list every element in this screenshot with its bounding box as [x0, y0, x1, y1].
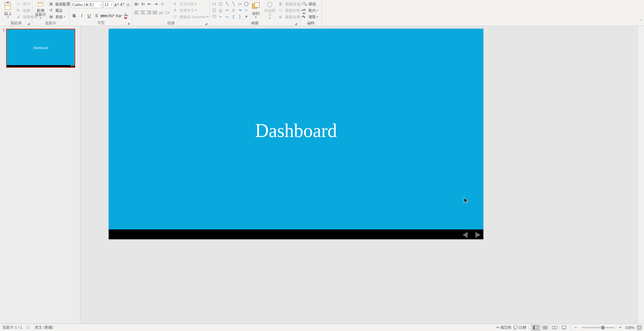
zoom-slider-thumb[interactable] [601, 326, 604, 329]
grow-font-button[interactable]: A▲ [114, 2, 119, 8]
svg-rect-17 [637, 326, 641, 330]
find-button[interactable]: 🔍尋找 [302, 1, 319, 7]
shape-rc-icon[interactable]: ⌙ [224, 13, 230, 19]
slide-footer-bar [109, 229, 483, 239]
align-left-button[interactable] [134, 10, 140, 16]
font-name-combo[interactable]: Calibri (本文)▾ [71, 1, 103, 8]
shape-oval-icon[interactable]: ◯ [243, 1, 249, 6]
shape-more-icon[interactable]: ▾ [243, 13, 249, 19]
font-size-combo[interactable]: 12▾ [103, 1, 114, 8]
change-case-button[interactable]: Aa▾ [115, 12, 122, 19]
line-spacing-button[interactable]: ↕▾ [159, 1, 165, 7]
align-text-button[interactable]: ⇵對齊文字▾ [173, 7, 209, 13]
reading-view-button[interactable] [550, 324, 559, 331]
collapse-ribbon-button[interactable]: ˄ [640, 19, 642, 23]
zoom-in-button[interactable]: + [618, 325, 623, 330]
comments-button[interactable]: 💬 註解 [513, 325, 527, 330]
clear-format-button[interactable]: ◇ [126, 2, 131, 8]
svg-rect-16 [562, 326, 566, 329]
shape-tri-icon[interactable]: △ [218, 7, 223, 13]
bold-icon: B [73, 13, 76, 18]
select-button[interactable]: ⬉選取▾ [302, 14, 319, 20]
spell-check-icon[interactable]: ☑ [27, 325, 30, 330]
shape-rb-icon[interactable]: } [237, 13, 243, 19]
language-indicator[interactable]: 英文 (美國) [35, 325, 53, 330]
paste-button[interactable]: 貼上 ▾ [1, 1, 15, 20]
text-direction-button[interactable]: ⇅文字方向▾ [173, 1, 209, 7]
zoom-slider[interactable] [582, 327, 614, 328]
italic-button[interactable]: I [78, 12, 85, 19]
shape-hex-icon[interactable]: ⬡ [211, 13, 217, 19]
distribute-button[interactable]: ☰▾ [164, 10, 170, 16]
shape-arrow-icon[interactable]: ⇨ [224, 7, 230, 13]
shape-line2-icon[interactable]: ╲ [231, 1, 236, 6]
dialog-launcher-icon[interactable]: ◢ [27, 22, 30, 25]
svg-rect-7 [255, 3, 260, 7]
zoom-out-button[interactable]: − [573, 325, 579, 330]
slide-counter[interactable]: 投影片 1 / 1 [3, 325, 22, 330]
shape-rect-icon[interactable]: ▢ [218, 1, 223, 6]
font-color-button[interactable]: A▾ [123, 12, 130, 19]
slide-editor[interactable]: Dashboard [80, 26, 644, 324]
char-spacing-button[interactable]: AV▾ [108, 12, 115, 19]
dialog-launcher-icon[interactable]: ◢ [204, 22, 208, 25]
notes-button[interactable]: ≐ 備忘稿 [496, 325, 511, 330]
shape-star-icon[interactable]: ☆ [243, 7, 249, 13]
quick-styles-icon [265, 1, 274, 8]
vertical-scrollbar[interactable] [638, 26, 644, 324]
zoom-level[interactable]: 109% [625, 326, 635, 330]
smartart-button[interactable]: ☷轉換成 SmartArt▾ [173, 14, 209, 20]
numbering-button[interactable]: ≡▾ [140, 1, 146, 7]
dialog-launcher-icon[interactable]: ◢ [127, 22, 130, 25]
new-slide-button[interactable]: 新增 投影片 ▾ [34, 1, 47, 20]
shape-dia-icon[interactable]: ◇ [231, 7, 236, 13]
effects-icon: ◐ [279, 15, 284, 20]
sorter-view-button[interactable] [540, 324, 550, 331]
shapes-gallery[interactable]: ▭ ▢ ╲ ╲ ▭ ◯ ▢ △ ⇨ ◇ ↪ ☆ ⬡ ⌐ ⌙ { } ▾ [211, 1, 249, 20]
bullets-button[interactable]: ≣▾ [134, 1, 140, 7]
dialog-launcher-icon[interactable]: ◢ [294, 22, 297, 25]
strike-button[interactable]: abc [101, 12, 107, 19]
shape-line-icon[interactable]: ╲ [224, 1, 230, 6]
slideshow-view-button[interactable] [559, 324, 569, 331]
prev-arrow-icon[interactable] [461, 231, 470, 239]
workspace: 1 Dashboard Dashboard [0, 26, 644, 324]
shape-lb-icon[interactable]: { [231, 13, 236, 19]
fit-to-window-button[interactable] [637, 325, 642, 330]
columns-button[interactable]: ▥▾ [158, 10, 164, 16]
svg-rect-14 [545, 328, 547, 329]
search-icon: 🔍 [302, 2, 307, 7]
next-arrow-icon[interactable] [473, 231, 482, 239]
shrink-font-button[interactable]: A▼ [120, 2, 125, 8]
slide-thumbnail-1[interactable]: 1 Dashboard [3, 29, 77, 68]
justify-button[interactable] [152, 10, 158, 16]
shape-textbox-icon[interactable]: ▭ [211, 1, 217, 6]
dec-indent-button[interactable]: ⇤ [146, 1, 153, 7]
eraser-icon: ◇ [127, 2, 130, 7]
quick-styles-button[interactable]: 快速樣式 ▾ [262, 1, 277, 20]
thumbnail-panel[interactable]: 1 Dashboard [0, 26, 80, 324]
arrange-button[interactable]: 排列 ▾ [250, 1, 262, 20]
replace-button[interactable]: abac取代▾ [302, 7, 319, 13]
svg-rect-5 [38, 2, 43, 3]
slide-canvas[interactable]: Dashboard [109, 29, 483, 239]
replace-icon: abac [302, 8, 307, 13]
svg-rect-1 [6, 2, 9, 3]
strike-icon: abc [101, 13, 108, 18]
bold-button[interactable]: B [71, 12, 78, 19]
shadow-button[interactable]: S [93, 12, 100, 19]
align-right-button[interactable] [146, 10, 152, 16]
group-slides: 新增 投影片 ▾ ▥版面配置▾ ↺重設 ▤章節▾ 投影片 [32, 0, 70, 26]
inc-indent-button[interactable]: ⇥ [153, 1, 159, 7]
underline-icon: U [87, 13, 90, 18]
normal-view-icon [533, 326, 538, 330]
shape-arrow2-icon[interactable]: ↪ [237, 7, 243, 13]
shape-rrect-icon[interactable]: ▢ [211, 7, 217, 13]
align-center-button[interactable] [140, 10, 146, 16]
thumbnail-footer-bar [7, 65, 75, 67]
underline-button[interactable]: U [86, 12, 92, 19]
shape-rect2-icon[interactable]: ▭ [237, 1, 243, 6]
slide-title-text[interactable]: Dashboard [255, 120, 337, 141]
normal-view-button[interactable] [531, 324, 540, 331]
shape-lc-icon[interactable]: ⌐ [218, 13, 223, 19]
